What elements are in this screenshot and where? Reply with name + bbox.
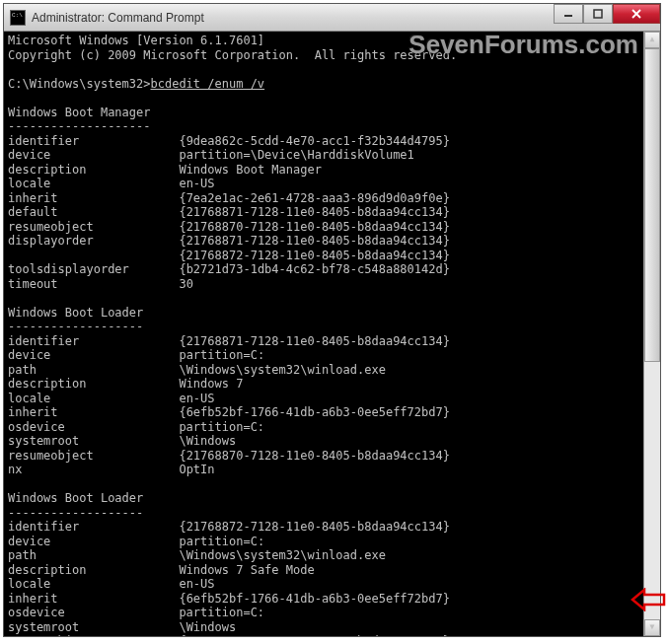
- maximize-button[interactable]: [583, 4, 613, 24]
- command-line-1: C:\Windows\system32>bcdedit /enum /v: [8, 77, 656, 92]
- svg-rect-1: [594, 10, 602, 18]
- copyright-line: Copyright (c) 2009 Microsoft Corporation…: [8, 48, 656, 63]
- cmd-enum: bcdedit /enum /v: [151, 77, 265, 91]
- version-line: Microsoft Windows [Version 6.1.7601]: [8, 34, 656, 48]
- section-header: Windows Boot Loader: [8, 306, 656, 321]
- kv-key: identifier: [8, 134, 79, 148]
- kv-val: {9dea862c-5cdd-4e70-acc1-f32b344d4795}: [179, 134, 450, 148]
- vertical-scrollbar[interactable]: ▲ ▼: [643, 32, 660, 636]
- close-button[interactable]: [613, 4, 660, 24]
- scroll-down-button[interactable]: ▼: [644, 619, 660, 636]
- cmd-icon: [10, 10, 26, 26]
- window-title: Administrator: Command Prompt: [32, 11, 204, 25]
- section-header: Windows Boot Loader: [8, 491, 656, 506]
- scroll-thumb[interactable]: [644, 48, 660, 362]
- scroll-track[interactable]: [644, 48, 660, 619]
- terminal-output[interactable]: Microsoft Windows [Version 6.1.7601]Copy…: [4, 32, 660, 636]
- command-prompt-window: Administrator: Command Prompt Microsoft …: [3, 3, 661, 637]
- section-header: Windows Boot Manager: [8, 106, 656, 120]
- scroll-up-button[interactable]: ▲: [644, 32, 660, 48]
- minimize-button[interactable]: [554, 4, 583, 24]
- window-controls: [554, 4, 660, 24]
- titlebar[interactable]: Administrator: Command Prompt: [4, 4, 660, 32]
